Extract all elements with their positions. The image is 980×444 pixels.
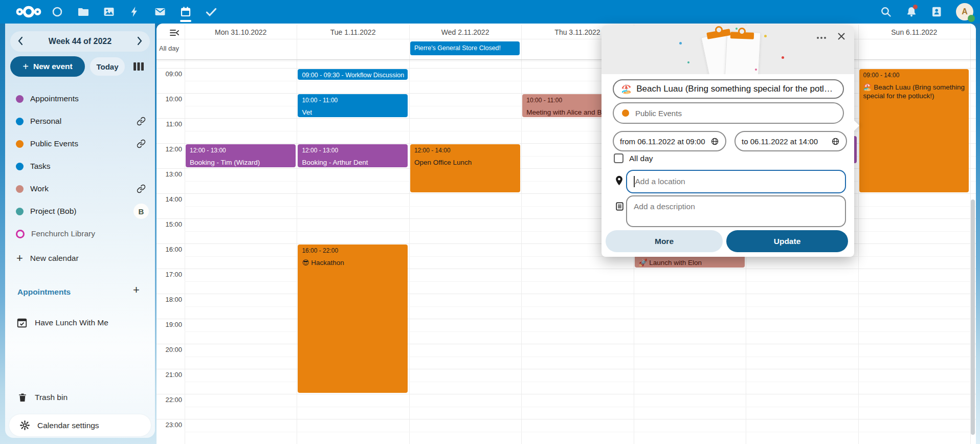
calendar-event[interactable]: 09:00 - 09:30 - Workflow Discussion — [298, 69, 408, 80]
calendar-check-icon — [16, 317, 28, 328]
calendar-event[interactable]: 12:00 - 13:00Booking - Tim (Wizard) — [186, 144, 296, 167]
user-avatar[interactable]: A — [953, 0, 976, 24]
all-day-checkbox-label: All day — [629, 154, 653, 163]
event-title: 😎 Hackathon — [302, 258, 404, 267]
hour-line — [157, 269, 976, 269]
day-header-0: Mon 31.10.2022 — [185, 27, 297, 38]
day-header-2: Wed 2.11.2022 — [409, 27, 521, 38]
plus-icon: + — [23, 61, 29, 73]
calendar-color-dot — [16, 118, 24, 125]
next-week-button[interactable] — [137, 36, 143, 46]
sidebar-calendar-work[interactable]: Work — [5, 177, 155, 200]
calendar-color-ring — [16, 230, 25, 238]
event-title: 🚀 Launch with Elon — [639, 258, 741, 267]
nextcloud-logo-icon[interactable] — [14, 0, 43, 24]
view-switcher-icon[interactable] — [132, 61, 145, 72]
event-title: 09:00 - 09:30 - Workflow Discussion — [302, 72, 404, 79]
photos-icon[interactable] — [97, 0, 121, 24]
event-title-emoji: 🏖️ — [621, 84, 632, 95]
time-axis-label: 23:00 — [157, 421, 182, 429]
avatar-letter: A — [962, 7, 968, 16]
sidebar-calendar-tasks[interactable]: Tasks — [5, 155, 155, 177]
calendar-app-icon[interactable] — [174, 0, 197, 24]
new-calendar-label: New calendar — [30, 254, 79, 263]
half-hour-line — [185, 181, 976, 182]
sidebar: Week 44 of 2022 + New event Today Appoin… — [5, 24, 155, 438]
hour-line — [157, 419, 976, 419]
calendar-label: Project (Bob) — [30, 207, 133, 216]
calendar-picker-select[interactable]: Public Events — [613, 102, 844, 124]
event-title-input[interactable]: 🏖️ Beach Luau (Bring something special f… — [613, 79, 844, 99]
sidebar-calendar-project-bob-[interactable]: Project (Bob)B — [5, 200, 155, 223]
today-button[interactable]: Today — [90, 57, 125, 76]
tasks-icon[interactable] — [199, 0, 223, 24]
add-appointment-config-button[interactable]: + — [133, 283, 140, 297]
location-pin-icon — [615, 175, 623, 186]
mail-icon[interactable] — [148, 0, 172, 24]
share-link-icon[interactable] — [137, 184, 146, 193]
start-datetime-field[interactable]: from 06.11.2022 at 09:00 — [613, 131, 726, 151]
new-calendar-button[interactable]: + New calendar — [5, 248, 155, 269]
calendar-color-dot — [16, 95, 24, 103]
time-axis-label: 17:00 — [157, 271, 182, 278]
time-axis-label: 11:00 — [157, 120, 182, 128]
top-bar: A — [0, 0, 980, 24]
files-icon[interactable] — [72, 0, 95, 24]
time-axis-label: 22:00 — [157, 396, 182, 404]
sidebar-calendar-personal[interactable]: Personal — [5, 110, 155, 132]
previous-week-button[interactable] — [17, 36, 24, 46]
dashboard-icon[interactable] — [46, 0, 69, 24]
calendar-label: Appointments — [30, 94, 155, 103]
gear-icon — [19, 420, 30, 431]
calendar-settings-button[interactable]: Calendar settings — [9, 414, 151, 436]
event-title: Open Office Lunch — [414, 158, 516, 167]
calendar-color-dot — [16, 185, 24, 193]
timezone-globe-icon[interactable] — [710, 137, 719, 146]
contacts-icon[interactable] — [925, 0, 948, 24]
location-input[interactable]: Add a location — [626, 170, 846, 193]
search-icon[interactable] — [874, 0, 898, 24]
calendar-event[interactable]: 09:00 - 14:00🏖️ Beach Luau (Bring someth… — [859, 69, 969, 192]
new-event-button[interactable]: + New event — [10, 56, 85, 77]
calendar-event[interactable]: 12:00 - 13:00Booking - Arthur Dent — [298, 144, 408, 167]
collapse-allday-icon[interactable] — [169, 28, 180, 38]
activity-icon[interactable] — [123, 0, 146, 24]
sidebar-calendar-appointments[interactable]: Appointments — [5, 87, 155, 110]
calendar-color-dot — [16, 208, 24, 215]
share-link-icon[interactable] — [137, 117, 146, 126]
description-textarea[interactable]: Add a description — [626, 195, 846, 227]
checkbox-unchecked[interactable] — [614, 153, 623, 163]
all-day-event[interactable]: Pierre's General Store Closed! — [410, 41, 520, 55]
timezone-globe-icon[interactable] — [831, 137, 840, 146]
half-hour-line — [185, 407, 976, 407]
close-icon[interactable] — [836, 31, 847, 42]
vertical-scrollbar[interactable] — [971, 199, 975, 435]
event-title: Vet — [302, 108, 404, 117]
time-axis-label: 14:00 — [157, 195, 182, 203]
trash-bin-button[interactable]: Trash bin — [5, 387, 155, 408]
sidebar-calendar-public-events[interactable]: Public Events — [5, 132, 155, 155]
hour-line — [157, 369, 976, 369]
all-day-checkbox[interactable]: All day — [614, 153, 653, 163]
popup-more-menu-icon[interactable] — [815, 33, 828, 43]
time-axis-label: 12:00 — [157, 145, 182, 153]
calendar-event[interactable]: 16:00 - 22:00😎 Hackathon — [298, 245, 408, 393]
more-button[interactable]: More — [606, 230, 723, 252]
calendar-event[interactable]: 10:00 - 11:00Vet — [298, 94, 408, 117]
notifications-bell-icon[interactable] — [900, 0, 923, 24]
event-title-text: Beach Luau (Bring something special for … — [636, 84, 836, 94]
all-day-row-label: All day — [159, 45, 179, 52]
end-datetime-field[interactable]: to 06.11.2022 at 14:00 — [734, 131, 847, 151]
calendar-color-dot — [16, 163, 24, 170]
calendar-picker-value: Public Events — [635, 109, 682, 118]
plus-icon: + — [16, 252, 23, 265]
share-link-icon[interactable] — [137, 139, 146, 148]
calendar-event[interactable]: 12:00 - 14:00Open Office Lunch — [410, 144, 520, 192]
appointment-item-have-lunch[interactable]: Have Lunch With Me — [5, 313, 155, 333]
trash-icon — [17, 392, 28, 403]
update-button[interactable]: Update — [726, 230, 848, 252]
location-placeholder: Add a location — [635, 177, 685, 186]
notification-badge — [913, 5, 918, 9]
event-time: 12:00 - 14:00 — [414, 147, 516, 154]
sidebar-calendar-fenchurch-library[interactable]: Fenchurch Library — [5, 223, 155, 245]
